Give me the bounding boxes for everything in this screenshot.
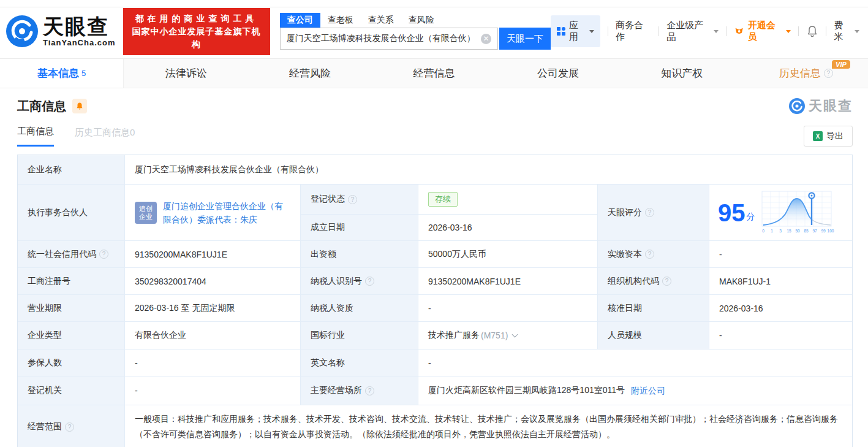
- field-label-tianyan-score: 天眼评分 ?: [598, 185, 709, 240]
- help-icon[interactable]: ?: [824, 69, 833, 78]
- field-label-org-code: 组织机构代码 ?: [598, 268, 709, 294]
- section-header: 工商信息 天眼查: [17, 97, 853, 115]
- search-tab-risk[interactable]: 查风险: [401, 13, 442, 28]
- nav-vip[interactable]: 开通会员: [734, 20, 791, 43]
- field-value-capital: 50000万人民币: [418, 241, 598, 267]
- field-label-approval-date: 核准日期: [598, 295, 709, 321]
- search-input[interactable]: 厦门天空工场博凌科技发展合伙企业（有限合伙） ✕: [280, 28, 498, 50]
- tab-history-info[interactable]: VIP 历史信息 ?: [744, 59, 868, 88]
- chevron-down-icon[interactable]: [512, 331, 518, 337]
- field-label-taxpayer-quality: 纳税人资质: [301, 295, 418, 321]
- logo-title: 天眼查: [43, 16, 116, 37]
- search-tab-relation[interactable]: 查关系: [361, 13, 401, 28]
- search-button[interactable]: 天眼一下: [499, 28, 551, 50]
- subtab-history-business-info[interactable]: 历史工商信息0: [75, 127, 135, 146]
- tab-legal-proceedings[interactable]: 法律诉讼: [124, 59, 247, 88]
- tab-company-development[interactable]: 公司发展: [496, 59, 620, 88]
- field-value-reg-status: 存续: [418, 185, 597, 214]
- help-icon[interactable]: ?: [645, 208, 654, 217]
- table-row: 参保人数 - 英文名称 -: [18, 350, 852, 376]
- nav-divider: [608, 26, 608, 36]
- site-header: 天眼查 TianYanCha.com 都在用的商业查询工具 国家中小企业发展子基…: [0, 7, 868, 56]
- help-icon[interactable]: ?: [662, 277, 671, 286]
- nearby-companies-link[interactable]: 附近公司: [631, 384, 665, 397]
- crown-icon: [734, 26, 744, 37]
- logo-domain: TianYanCha.com: [43, 38, 116, 47]
- help-icon[interactable]: ?: [365, 277, 374, 286]
- tab-operation-info[interactable]: 经营信息: [372, 59, 496, 88]
- field-value-credit-code: 91350200MAK8F1UJ1E: [125, 241, 301, 267]
- search-input-value: 厦门天空工场博凌科技发展合伙企业（有限合伙）: [287, 33, 481, 44]
- watermark-text: 天眼查: [809, 97, 853, 115]
- export-button[interactable]: X 导出: [804, 126, 853, 147]
- promo-line-2: 国家中小企业发展子基金旗下机构: [129, 25, 264, 51]
- tab-label: 经营信息: [413, 66, 455, 80]
- field-value-staff-size: -: [709, 322, 852, 349]
- field-value-english-name: -: [418, 350, 852, 376]
- score-unit: 分: [747, 212, 755, 223]
- status-date-block: 登记状态 ? 存续 成立日期 2026-03-16: [301, 185, 598, 240]
- field-label-industry: 国标行业: [301, 322, 418, 349]
- tab-intellectual-property[interactable]: 知识产权: [620, 59, 744, 88]
- nav-divider: [826, 26, 826, 36]
- field-value-insured-count: -: [125, 350, 301, 376]
- search-tab-company[interactable]: 查公司: [280, 13, 320, 28]
- nav-cooperation[interactable]: 商务合作: [616, 20, 651, 43]
- tab-label: 知识产权: [661, 66, 703, 80]
- export-label: 导出: [826, 131, 843, 142]
- tab-count: 5: [81, 69, 86, 78]
- apps-menu[interactable]: 应用: [551, 15, 600, 47]
- nav-enterprise[interactable]: 企业级产品: [666, 20, 719, 43]
- field-label-establish-date: 成立日期: [301, 215, 418, 240]
- search-tab-boss[interactable]: 查老板: [320, 13, 361, 28]
- field-value-tianyan-score: 95 分: [709, 185, 852, 240]
- field-value-reg-authority: -: [125, 376, 301, 405]
- bell-icon: [75, 102, 84, 110]
- field-label-executive-partner: 执行事务合伙人: [18, 185, 125, 240]
- username: 费米: [834, 20, 851, 43]
- help-icon[interactable]: ?: [645, 250, 654, 259]
- monitor-bell-button[interactable]: [72, 99, 87, 113]
- field-label-reg-number: 工商注册号: [18, 268, 125, 294]
- search-area: 查公司 查老板 查关系 查风险 厦门天空工场博凌科技发展合伙企业（有限合伙） ✕…: [280, 13, 551, 50]
- company-tab-bar: 基本信息 5 法律诉讼 经营风险 经营信息 公司发展 知识产权 VIP 历史信息…: [0, 58, 868, 88]
- clear-icon[interactable]: ✕: [481, 34, 491, 44]
- field-label-paid-capital: 实缴资本 ?: [598, 241, 709, 267]
- field-value-taxpayer-id: 91350200MAK8F1UJ1E: [418, 268, 598, 294]
- tab-basic-info[interactable]: 基本信息 5: [0, 59, 124, 88]
- help-icon[interactable]: ?: [348, 195, 357, 204]
- table-row: 企业名称 厦门天空工场博凌科技发展合伙企业（有限合伙）: [18, 155, 852, 185]
- table-row: 统一社会信用代码 ? 91350200MAK8F1UJ1E 出资额 50000万…: [18, 241, 852, 268]
- user-menu[interactable]: 费米: [834, 20, 859, 43]
- tab-label: 经营风险: [289, 66, 331, 80]
- help-icon[interactable]: ?: [365, 386, 374, 395]
- status-badge: 存续: [428, 192, 458, 207]
- help-icon[interactable]: ?: [65, 422, 74, 432]
- excel-icon: X: [813, 131, 823, 141]
- field-label-capital: 出资额: [301, 241, 418, 267]
- tab-label: 公司发展: [537, 66, 579, 80]
- field-label-english-name: 英文名称: [301, 350, 418, 376]
- business-info-table: 企业名称 厦门天空工场博凌科技发展合伙企业（有限合伙） 执行事务合伙人 追创 企…: [17, 155, 853, 447]
- notification-bell[interactable]: [806, 25, 818, 37]
- field-label-taxpayer-id: 纳税人识别号 ?: [301, 268, 418, 294]
- field-value-business-scope: 一般项目：科技推广和应用服务；技术服务、技术开发、技术咨询、技术交流、技术转让、…: [125, 405, 852, 447]
- field-value-taxpayer-quality: -: [418, 295, 598, 321]
- field-label-business-scope: 经营范围 ?: [18, 405, 125, 447]
- field-value-business-address: 厦门火炬高新区软件园三期凤岐路128号101室011号 附近公司: [418, 376, 852, 405]
- subtab-count: 0: [130, 127, 135, 137]
- apps-label: 应用: [569, 20, 586, 43]
- tab-operation-risk[interactable]: 经营风险: [248, 59, 372, 88]
- partner-link[interactable]: 厦门追创企业管理合伙企业（有限合伙）委派代表：朱庆: [163, 199, 290, 226]
- field-label-company-name: 企业名称: [18, 155, 125, 184]
- svg-text:85: 85: [804, 229, 809, 233]
- subtab-row: 工商信息 历史工商信息0 X 导出: [17, 126, 853, 147]
- nav-divider: [726, 26, 726, 36]
- subtab-business-info[interactable]: 工商信息: [17, 126, 54, 147]
- field-label-insured-count: 参保人数: [18, 350, 125, 376]
- chevron-down-icon: [589, 30, 594, 33]
- svg-text:100: 100: [827, 229, 834, 233]
- svg-text:3: 3: [779, 229, 782, 233]
- site-logo[interactable]: 天眼查 TianYanCha.com: [6, 15, 116, 47]
- help-icon[interactable]: ?: [99, 250, 108, 259]
